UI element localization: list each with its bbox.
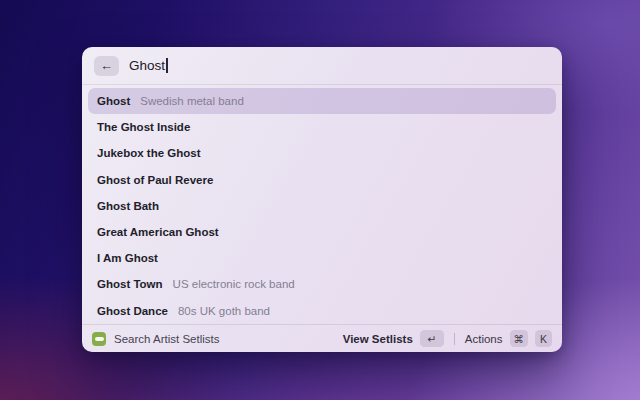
command-key-icon: ⌘	[510, 330, 529, 347]
search-bar: ← Ghost	[82, 47, 562, 85]
return-key-icon: ↵	[420, 330, 444, 347]
list-item[interactable]: Ghost Bath	[88, 193, 556, 219]
back-button[interactable]: ←	[94, 56, 119, 76]
list-item[interactable]: I Am Ghost	[88, 245, 556, 271]
list-item[interactable]: Great American Ghost	[88, 219, 556, 245]
list-item-title: Ghost Dance	[97, 305, 168, 317]
list-item-title: Ghost Bath	[97, 200, 159, 212]
list-item-title: Ghost Town	[97, 278, 163, 290]
primary-action-button[interactable]: View Setlists	[343, 333, 413, 345]
list-item[interactable]: Ghost of Paul Revere	[88, 167, 556, 193]
launcher-window: ← Ghost Ghost Swedish metal band The Gho…	[82, 47, 562, 352]
footer-actions: View Setlists ↵ Actions ⌘ K	[343, 330, 552, 347]
list-item-title: Ghost of Paul Revere	[97, 174, 213, 186]
list-item-title: Great American Ghost	[97, 226, 219, 238]
list-item[interactable]: Ghost Swedish metal band	[88, 88, 556, 114]
list-item[interactable]: Ghost Town US electronic rock band	[88, 271, 556, 297]
k-key-icon: K	[535, 330, 552, 347]
setlistfm-icon	[92, 332, 106, 346]
search-input[interactable]: Ghost	[129, 47, 550, 84]
command-title: Search Artist Setlists	[114, 333, 219, 345]
list-item-title: The Ghost Inside	[97, 121, 190, 133]
list-item[interactable]: Jukebox the Ghost	[88, 140, 556, 166]
list-item-title: I Am Ghost	[97, 252, 158, 264]
actions-menu-button[interactable]: Actions	[465, 333, 503, 345]
list-item[interactable]: The Ghost Inside	[88, 114, 556, 140]
footer-divider	[454, 333, 455, 345]
footer-bar: Search Artist Setlists View Setlists ↵ A…	[82, 324, 562, 352]
back-arrow-icon: ←	[100, 58, 113, 73]
list-item-title: Ghost	[97, 95, 130, 107]
list-item-title: Jukebox the Ghost	[97, 147, 201, 159]
desktop-wallpaper: ← Ghost Ghost Swedish metal band The Gho…	[0, 0, 640, 400]
list-item[interactable]: Ghost Dance 80s UK goth band	[88, 298, 556, 324]
results-list: Ghost Swedish metal band The Ghost Insid…	[82, 85, 562, 324]
list-item-subtitle: 80s UK goth band	[178, 305, 270, 317]
text-cursor	[166, 58, 168, 73]
search-query-text: Ghost	[129, 58, 165, 73]
list-item-subtitle: Swedish metal band	[140, 95, 244, 107]
list-item-subtitle: US electronic rock band	[173, 278, 295, 290]
